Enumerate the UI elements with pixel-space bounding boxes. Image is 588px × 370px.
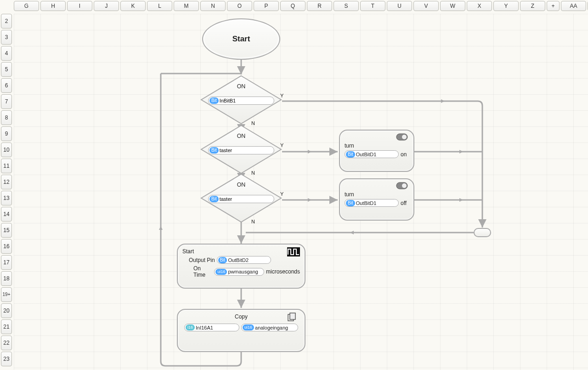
col-V[interactable]: V (413, 1, 439, 11)
row-16[interactable]: 16 (1, 239, 12, 254)
flowchart-canvas: Start ON Bit InBitB1 Y N ON Bit taster Y… (14, 14, 588, 370)
row-15[interactable]: 15 (1, 223, 12, 238)
switch-icon (396, 133, 409, 142)
col-L[interactable]: L (147, 1, 172, 11)
row-21[interactable]: 21 (1, 319, 12, 334)
row-20[interactable]: 20 (1, 303, 12, 318)
field-value: analogeingang (255, 325, 288, 330)
col-W[interactable]: W (440, 1, 465, 11)
col-K[interactable]: K (120, 1, 146, 11)
svg-marker-8 (308, 150, 311, 154)
row-label: 19+ (3, 292, 11, 297)
field-value: InI16A1 (196, 325, 213, 330)
bit-tag: Bit (209, 196, 219, 202)
row-13[interactable]: 13 (1, 191, 12, 205)
decision-inbitb1[interactable]: ON Bit InBitB1 Y N (200, 74, 283, 125)
unit-label: microseconds (266, 268, 300, 275)
column-headers: G H I J K L M N O P Q R S T U V W X Y Z … (14, 1, 588, 11)
decision-field[interactable]: Bit InBitB1 (208, 97, 274, 105)
col-J[interactable]: J (94, 1, 119, 11)
copy-left-field[interactable]: i16 InI16A1 (184, 324, 239, 331)
ontime-field[interactable]: ui16 pwmausgang (214, 268, 264, 276)
output-field[interactable]: Bit OutBitD1 (345, 199, 399, 207)
row-18[interactable]: 18 (1, 271, 12, 286)
row-7[interactable]: 7 (1, 94, 12, 109)
decision-taster-1[interactable]: ON Bit taster Y N (200, 124, 283, 175)
decision-label: ON (200, 133, 283, 139)
row-4[interactable]: 4 (1, 46, 12, 61)
col-G[interactable]: G (14, 1, 39, 11)
copy-title: Copy (182, 313, 300, 320)
decision-taster-2[interactable]: ON Bit taster Y N (200, 173, 283, 223)
join-node[interactable] (474, 228, 491, 237)
col-P[interactable]: P (254, 1, 279, 11)
copy-block[interactable]: Copy i16 InI16A1 ui16 analogeingang (177, 309, 305, 352)
state-label: on (401, 151, 407, 158)
col-Z[interactable]: Z (520, 1, 545, 11)
copy-icon (287, 313, 300, 321)
y-label: Y (280, 191, 283, 197)
row-10[interactable]: 10 (1, 142, 12, 157)
field-value: pwmausgang (228, 269, 258, 274)
output-field[interactable]: Bit OutBitD1 (345, 150, 399, 158)
switch-icon (396, 182, 409, 190)
field-value: taster (220, 148, 232, 153)
row-14[interactable]: 14 (1, 207, 12, 222)
row-19[interactable]: 19+ (1, 287, 12, 302)
output-pin-label: Output Pin (189, 257, 215, 263)
col-N[interactable]: N (200, 1, 226, 11)
bit-tag: Bit (209, 147, 219, 154)
output-pin-field[interactable]: Bit OutBitD2 (217, 256, 271, 264)
svg-point-20 (402, 183, 407, 188)
row-9[interactable]: 9 (1, 126, 12, 141)
pwm-icon (287, 247, 300, 256)
col-I[interactable]: I (67, 1, 92, 11)
turn-on-block[interactable]: turn Bit OutBitD1 on (339, 130, 414, 172)
row-23[interactable]: 23 (1, 352, 12, 366)
col-Y[interactable]: Y (493, 1, 519, 11)
bit-tag: Bit (346, 200, 355, 206)
start-node[interactable]: Start (202, 18, 280, 60)
field-value: OutBitD2 (228, 257, 249, 263)
bit-tag: Bit (218, 257, 227, 263)
decision-field[interactable]: Bit taster (208, 146, 274, 154)
col-Q[interactable]: Q (280, 1, 305, 11)
copy-right-field[interactable]: ui16 analogeingang (241, 324, 298, 331)
svg-point-18 (402, 135, 407, 139)
svg-marker-12 (459, 198, 463, 202)
row-6[interactable]: 6 (1, 78, 12, 93)
col-H[interactable]: H (40, 1, 66, 11)
ontime-label: On Time (193, 265, 212, 278)
y-label: Y (280, 142, 283, 148)
row-12[interactable]: 12 (1, 175, 12, 189)
col-O[interactable]: O (227, 1, 252, 11)
ui16-tag: ui16 (215, 269, 227, 275)
row-headers: 2 3 4 5 6 7 8 9 10 11 12 13 14 15 16 17 … (1, 14, 12, 366)
svg-marker-10 (308, 198, 311, 202)
col-M[interactable]: M (174, 1, 199, 11)
row-11[interactable]: 11 (1, 159, 12, 173)
row-8[interactable]: 8 (1, 110, 12, 125)
col-X[interactable]: X (467, 1, 492, 11)
turn-label: turn (345, 142, 409, 149)
svg-marker-11 (459, 150, 463, 154)
field-value: OutBitD1 (356, 152, 377, 157)
col-U[interactable]: U (387, 1, 412, 11)
field-value: OutBitD1 (356, 200, 377, 206)
row-3[interactable]: 3 (1, 30, 12, 45)
row-2[interactable]: 2 (1, 14, 12, 28)
decision-field[interactable]: Bit taster (208, 195, 274, 203)
col-add[interactable]: + (547, 1, 560, 11)
svg-marker-13 (350, 231, 354, 234)
decision-label: ON (200, 182, 283, 188)
field-value: InBitB1 (220, 98, 236, 103)
col-AA[interactable]: AA (561, 1, 586, 11)
turn-off-block[interactable]: turn Bit OutBitD1 off (339, 178, 414, 221)
row-5[interactable]: 5 (1, 62, 12, 77)
col-S[interactable]: S (334, 1, 359, 11)
row-17[interactable]: 17 (1, 255, 12, 270)
pwm-block[interactable]: Start Output Pin Bit OutBitD2 On Time ui… (177, 244, 305, 289)
col-R[interactable]: R (307, 1, 332, 11)
row-22[interactable]: 22 (1, 336, 12, 350)
col-T[interactable]: T (360, 1, 385, 11)
